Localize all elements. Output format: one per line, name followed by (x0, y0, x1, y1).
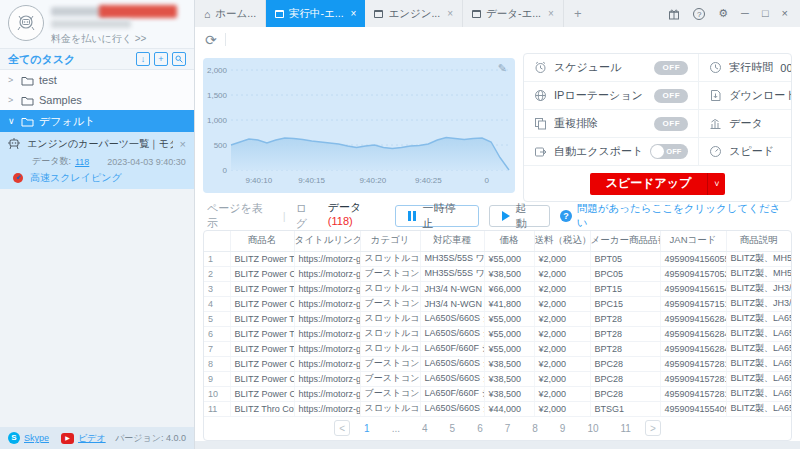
speed-up-button[interactable]: スピードアップ ˅ (590, 173, 726, 195)
table-row[interactable]: 2BLITZ Power Co...https://motorz-ga...ブー… (204, 266, 791, 281)
trouble-help-link[interactable]: ? 問題があったらここをクリックしてください (560, 202, 788, 230)
speed-up-label[interactable]: スピードアップ (590, 173, 708, 195)
tab-3[interactable]: データ-エ...× (463, 0, 564, 27)
toggle-knob (651, 145, 664, 158)
table-row[interactable]: 10BLITZ Power Co...https://motorz-ga...ブ… (204, 386, 791, 401)
toggle-switch[interactable]: OFF (654, 117, 688, 131)
data-table-panel: 商品名タイトルリンクカテゴリ対応車種価格送料（税込）メーカー商品品番JANコード… (203, 230, 792, 441)
table-cell: https://motorz-ga... (294, 371, 360, 386)
tab-close-icon[interactable]: × (447, 8, 453, 19)
table-row[interactable]: 3BLITZ Power Th...https://motorz-ga...スロ… (204, 281, 791, 296)
toggle-row-0: スケジュールOFF (524, 54, 699, 82)
refresh-icon[interactable]: ⟳ (205, 32, 217, 48)
page-number[interactable]: 9 (560, 423, 566, 434)
page-number[interactable]: 7 (505, 423, 511, 434)
chevron-down-icon[interactable]: ∨ (8, 116, 16, 126)
table-cell: ¥2,000 (534, 356, 590, 371)
toggle-switch[interactable]: OFF (650, 144, 688, 159)
tab-1[interactable]: 実行中-エ...× (266, 0, 365, 27)
page-number[interactable]: 10 (587, 423, 598, 434)
column-header (204, 231, 230, 251)
speed-up-dropdown-icon[interactable]: ˅ (707, 173, 725, 195)
stat-row-2: データ118 (699, 110, 792, 138)
chevron-right-icon[interactable]: > (8, 75, 16, 85)
import-task-icon[interactable]: ↓ (136, 52, 150, 66)
page-number[interactable]: 5 (450, 423, 456, 434)
task-close-icon[interactable]: × (178, 138, 188, 150)
table-cell: BPT15 (590, 281, 660, 296)
play-icon (502, 211, 510, 221)
table-row[interactable]: 5BLITZ Power Th...https://motorz-ga...スロ… (204, 311, 791, 326)
tab-2[interactable]: エンジン...× (365, 0, 463, 27)
prev-page-icon[interactable]: < (334, 420, 350, 436)
column-header: JANコード (660, 231, 726, 251)
table-row[interactable]: 1BLITZ Power Th...https://motorz-ga...スロ… (204, 251, 791, 266)
auto-export-icon (534, 145, 547, 158)
pause-button[interactable]: 一時停止 (395, 205, 478, 227)
folder-row-Samples[interactable]: >Samples (0, 90, 194, 110)
folder-row-test[interactable]: >test (0, 70, 194, 90)
table-cell: https://motorz-ga... (294, 251, 360, 266)
table-cell: 1 (204, 251, 230, 266)
folder-icon (21, 95, 34, 106)
video-link[interactable]: ビデオ (78, 432, 106, 445)
edit-chart-icon[interactable]: ✎ (498, 62, 507, 75)
tab-data[interactable]: データ(118) (328, 200, 386, 232)
pay-link[interactable]: 料金を払いに行く >> (51, 32, 146, 46)
page-numbers: 1...4567891011 (364, 423, 631, 434)
avatar[interactable] (8, 5, 44, 41)
next-page-icon[interactable]: > (645, 420, 661, 436)
table-row[interactable]: 9BLITZ Power Co...https://motorz-ga...ブー… (204, 371, 791, 386)
page-number[interactable]: 6 (477, 423, 483, 434)
task-card[interactable]: エンジンのカーパーツ一覧｜モタガレ-スク... × データ数: 118 2023… (0, 132, 194, 189)
minimize-icon[interactable]: ─ (741, 8, 749, 19)
table-cell: BTSG1 (590, 401, 660, 416)
table-row[interactable]: 11BLITZ Thro Con ...https://motorz-ga...… (204, 401, 791, 416)
tab-label: データ-エ... (486, 7, 541, 21)
maximize-icon[interactable]: □ (762, 8, 769, 19)
table-row[interactable]: 6BLITZ Power Th...https://motorz-ga...スロ… (204, 326, 791, 341)
table-cell: 4959094156055 (660, 251, 726, 266)
folder-row-デフォルト[interactable]: ∨デフォルト (0, 110, 194, 132)
task-data-count-link[interactable]: 118 (75, 157, 89, 167)
toggle-switch[interactable]: OFF (654, 61, 688, 75)
new-task-icon[interactable]: + (154, 52, 168, 66)
svg-text:0: 0 (223, 166, 228, 175)
folder-label: Samples (39, 94, 82, 106)
new-tab-button[interactable]: + (564, 0, 592, 27)
settings-gear-icon[interactable]: ⚙ (718, 8, 728, 19)
table-cell: ¥2,000 (534, 371, 590, 386)
toggle-switch[interactable]: OFF (654, 89, 688, 103)
gift-icon[interactable] (668, 8, 680, 20)
table-cell: ¥2,000 (534, 386, 590, 401)
tab-close-icon[interactable]: × (351, 8, 357, 19)
table-row[interactable]: 4BLITZ Power Co...https://motorz-ga...ブー… (204, 296, 791, 311)
help-icon[interactable]: ? (693, 8, 705, 20)
tab-view-page[interactable]: ページを表示 (207, 201, 273, 231)
tab-close-icon[interactable]: × (548, 8, 554, 19)
tab-log[interactable]: ログ (296, 201, 318, 231)
chevron-right-icon[interactable]: > (8, 95, 16, 105)
close-window-icon[interactable]: × (782, 8, 788, 19)
video-icon: ▶ (61, 433, 74, 444)
table-row[interactable]: 7BLITZ Power Th...https://motorz-ga...スロ… (204, 341, 791, 356)
page-number[interactable]: 8 (532, 423, 538, 434)
table-row[interactable]: 8BLITZ Power Co...https://motorz-ga...ブー… (204, 356, 791, 371)
start-button[interactable]: 起動 (489, 205, 550, 227)
window-icon (275, 10, 284, 18)
skype-link[interactable]: Skype (24, 433, 49, 443)
page-number[interactable]: 11 (621, 423, 631, 434)
table-cell: BLITZ製、LA650... (726, 326, 791, 341)
table-cell: BLITZ Power Th... (230, 341, 294, 356)
stat-value: 00:21:24 (780, 62, 792, 74)
table-cell: BLITZ Power Co... (230, 371, 294, 386)
page-number[interactable]: 1 (364, 423, 370, 434)
svg-text:9:40:20: 9:40:20 (359, 176, 386, 185)
stat-row-3: スピード0KB/s (699, 138, 792, 166)
tab-home[interactable]: ⌂ホーム... (195, 0, 266, 27)
toggle-label: 重複排除 (554, 116, 647, 131)
main-area: ⌂ホーム...実行中-エ...×エンジン...×データ-エ...× + ? ⚙ … (195, 0, 800, 449)
search-task-icon[interactable] (172, 52, 186, 66)
table-cell: ¥2,000 (534, 251, 590, 266)
page-number[interactable]: 4 (422, 423, 428, 434)
